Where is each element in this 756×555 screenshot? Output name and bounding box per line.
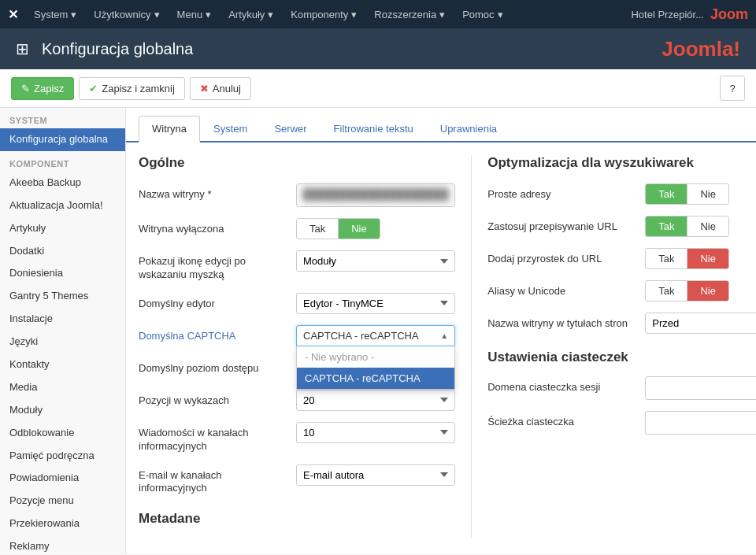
navbar-left: ✕ System ▾ Użytkownicy ▾ Menu ▾ Artykuły…: [8, 0, 511, 28]
rewrite-label: Zastosuj przepisywanie URL: [487, 216, 637, 234]
sidebar-item-plugins[interactable]: Dodatki: [0, 240, 125, 263]
email-news-row: E-mail w kanałach informacyjnych E-mail …: [139, 464, 455, 496]
sidebar-item-media[interactable]: Media: [0, 376, 125, 399]
sidebar-item-ads[interactable]: Reklamy: [0, 535, 125, 554]
navbar-right: Hotel Przepiór... Joom: [631, 6, 748, 23]
cookie-path-input[interactable]: [645, 411, 756, 435]
suffix-tak-btn[interactable]: Tak: [646, 249, 687, 268]
access-label: Domyślny poziom dostępu: [139, 357, 288, 376]
cookies-heading: Ustawienia ciasteczek: [487, 350, 756, 365]
cookie-domain-row: Domena ciasteczka sesji: [487, 376, 756, 400]
captcha-dropdown-menu: - Nie wybrano - CAPTCHA - reCAPTCHA: [296, 346, 455, 390]
sidebar-item-modules[interactable]: Moduły: [0, 399, 125, 422]
help-button[interactable]: ?: [720, 76, 745, 101]
content-area: Witryna System Serwer Filtrowanie tekstu…: [126, 108, 756, 554]
sidebar-item-unlock[interactable]: Odblokowanie: [0, 422, 125, 445]
x-icon: ✖: [200, 83, 209, 94]
save-button[interactable]: ✎ Zapisz: [11, 77, 74, 100]
rewrite-row: Zastosuj przepisywanie URL Tak Nie: [487, 216, 756, 237]
rewrite-nie-btn[interactable]: Nie: [687, 216, 728, 236]
positions-select[interactable]: 20: [296, 390, 455, 411]
sidebar-item-contacts[interactable]: Kontakty: [0, 353, 125, 376]
suffix-toggle: Tak Nie: [645, 248, 729, 269]
tab-filter[interactable]: Filtrowanie tekstu: [321, 116, 427, 142]
simple-urls-label: Proste adresy: [487, 183, 637, 202]
simple-nie-btn[interactable]: Nie: [687, 184, 728, 204]
tab-permissions[interactable]: Uprawnienia: [427, 116, 510, 142]
captcha-dropdown-trigger[interactable]: CAPTCHA - reCAPTCHA ▲: [296, 325, 455, 346]
site-name-row: Nazwa witryny * ████████████████████: [139, 183, 455, 207]
positions-row: Pozycji w wykazach 20: [139, 390, 455, 411]
editor-row: Domyślny edytor Edytor - TinyMCE: [139, 293, 455, 314]
cookie-domain-input[interactable]: [645, 376, 756, 400]
suffix-nie-btn[interactable]: Nie: [687, 249, 728, 268]
main-layout: SYSTEM Konfiguracja globalna KOMPONENT A…: [0, 108, 756, 554]
sidebar-item-articles[interactable]: Artykuły: [0, 217, 125, 240]
sidebar-item-news[interactable]: Doniesienia: [0, 262, 125, 285]
sidebar-item-notifications[interactable]: Powiadomienia: [0, 467, 125, 490]
checkmark-icon: ✔: [89, 83, 98, 94]
cookie-path-label: Ścieżka ciasteczka: [487, 411, 637, 429]
cancel-button[interactable]: ✖ Anuluj: [190, 77, 251, 100]
suffix-row: Dodaj przyrostek do URL Tak Nie: [487, 248, 756, 269]
config-icon: ⊞: [16, 39, 29, 58]
unicode-label: Aliasy w Unicode: [487, 280, 637, 298]
site-name-pages-select[interactable]: Przed: [645, 313, 756, 334]
captcha-row: Domyślna CAPTCHA CAPTCHA - reCAPTCHA ▲ -…: [139, 325, 455, 346]
nav-help[interactable]: Pomoc ▾: [454, 0, 510, 28]
component-section-label: KOMPONENT: [0, 151, 125, 172]
editor-label: Domyślny edytor: [139, 293, 288, 311]
edit-icon-label: Pokazuj ikonę edycji po wskazaniu myszką: [139, 250, 288, 282]
sidebar-item-update[interactable]: Aktualizacja Joomla!: [0, 194, 125, 217]
joomla-brand-icon[interactable]: ✕: [8, 7, 18, 22]
offline-tak-btn[interactable]: Tak: [297, 219, 339, 239]
tab-serwer[interactable]: Serwer: [261, 116, 320, 142]
captcha-option-none[interactable]: - Nie wybrano -: [297, 346, 454, 368]
unicode-nie-btn[interactable]: Nie: [687, 281, 728, 301]
captcha-option-recaptcha[interactable]: CAPTCHA - reCAPTCHA: [297, 368, 454, 389]
site-name-input[interactable]: ████████████████████: [296, 183, 455, 207]
news-items-label: Wiadomości w kanałach informacyjnych: [139, 422, 288, 453]
sidebar-item-global-config[interactable]: Konfiguracja globalna: [0, 128, 125, 151]
captcha-dropdown-container[interactable]: CAPTCHA - reCAPTCHA ▲ - Nie wybrano - CA…: [296, 325, 455, 346]
rewrite-toggle: Tak Nie: [645, 216, 729, 237]
captcha-label: Domyślna CAPTCHA: [139, 325, 288, 343]
sidebar-item-install[interactable]: Instalacje: [0, 308, 125, 331]
joomla-logo-header: Joomla!: [662, 37, 740, 61]
unicode-row: Aliasy w Unicode Tak Nie: [487, 280, 756, 302]
rewrite-tak-btn[interactable]: Tak: [646, 216, 687, 236]
content-panels: Ogólne Nazwa witryny * █████████████████…: [126, 142, 756, 550]
panel-right: Optymalizacja dla wyszukiwarek Proste ad…: [472, 155, 756, 538]
simple-tak-btn[interactable]: Tak: [646, 184, 687, 204]
email-news-select[interactable]: E-mail autora: [296, 464, 455, 486]
sidebar-item-languages[interactable]: Języki: [0, 331, 125, 353]
sidebar-item-menu-positions[interactable]: Pozycje menu: [0, 490, 125, 512]
sidebar-item-redirects[interactable]: Przekierowania: [0, 512, 125, 535]
tabs: Witryna System Serwer Filtrowanie tekstu…: [126, 116, 756, 142]
seo-heading: Optymalizacja dla wyszukiwarek: [487, 155, 756, 171]
sidebar-item-akeeba[interactable]: Akeeba Backup: [0, 172, 125, 194]
chevron-down-icon: ▲: [440, 331, 448, 340]
nav-articles[interactable]: Artykuły ▾: [220, 0, 281, 28]
tab-witryna[interactable]: Witryna: [139, 116, 200, 142]
nav-users[interactable]: Użytkownicy ▾: [86, 0, 167, 28]
unicode-tak-btn[interactable]: Tak: [646, 281, 687, 301]
offline-nie-btn[interactable]: Nie: [339, 219, 380, 239]
page-title: Konfiguracja globalna: [42, 40, 193, 58]
edit-icon-row: Pokazuj ikonę edycji po wskazaniu myszką…: [139, 250, 455, 282]
sidebar-item-cache[interactable]: Pamięć podręczna: [0, 445, 125, 468]
editor-select[interactable]: Edytor - TinyMCE: [296, 293, 455, 314]
joomla-logo-nav: Joom: [710, 6, 748, 23]
site-offline-label: Witryna wyłączona: [139, 218, 288, 236]
hotel-name: Hotel Przepiór...: [631, 9, 704, 20]
sidebar-item-gantry[interactable]: Gantry 5 Themes: [0, 285, 125, 308]
nav-system[interactable]: System ▾: [26, 0, 84, 28]
tab-system[interactable]: System: [200, 116, 261, 142]
site-offline-toggle: Tak Nie: [296, 218, 380, 239]
news-items-select[interactable]: 10: [296, 422, 455, 443]
nav-menu[interactable]: Menu ▾: [169, 0, 220, 28]
edit-icon-select[interactable]: Moduły: [296, 250, 455, 272]
nav-extensions[interactable]: Rozszerzenia ▾: [366, 0, 453, 28]
save-close-button[interactable]: ✔ Zapisz i zamknij: [79, 77, 184, 100]
nav-components[interactable]: Komponenty ▾: [283, 0, 365, 28]
